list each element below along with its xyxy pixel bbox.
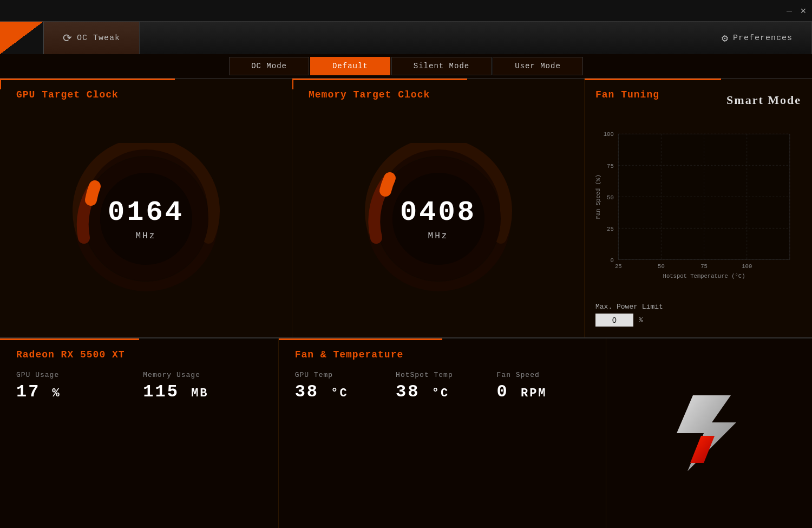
hotspot-unit: °C [432,387,449,400]
fan-chart-svg: 100 75 50 25 0 25 50 75 100 Fan Speed (%… [595,119,801,297]
oc-tweak-label: OC Tweak [77,34,120,43]
close-button[interactable]: ✕ [800,6,807,15]
memory-clock-unit: MHz [400,231,476,241]
mode-tabs: OC Mode Default Silent Mode User Mode [0,54,812,79]
gpu-temp-number: 38 [295,382,319,402]
memory-clock-value: 0408 MHz [400,197,476,241]
fan-chart[interactable]: 100 75 50 25 0 25 50 75 100 Fan Speed (%… [595,119,801,297]
fan-speed-number: 0 [497,382,509,402]
fan-tuning-header: Fan Tuning Smart Mode [595,89,801,111]
logo-section [606,338,812,528]
gpu-clock-unit: MHz [108,231,184,241]
gpu-info-title: Radeon RX 5500 XT [16,349,262,360]
svg-text:75: 75 [607,163,614,170]
fan-speed-item: Fan Speed 0 RPM [497,371,590,402]
bottom-section: Radeon RX 5500 XT GPU Usage 17 % Memory … [0,338,812,528]
memory-clock-section: Memory Target Clock 0408 MHz [292,79,585,337]
brand-logo [660,384,758,482]
fan-tuning-section: Fan Tuning Smart Mode [585,79,812,337]
minimize-button[interactable]: ─ [787,6,792,15]
svg-text:Fan Speed (%): Fan Speed (%) [595,174,601,219]
gpu-clock-gauge-container: 0164 MHz [16,111,276,327]
memory-clock-gauge-container: 0408 MHz [309,111,568,327]
hotspot-number: 38 [396,382,420,402]
fan-tuning-title: Fan Tuning [595,89,659,100]
nav-tab-preferences[interactable]: ⚙ Preferences [703,22,812,54]
power-limit-row: Max. Power Limit [595,303,801,311]
gpu-clock-gauge: 0164 MHz [70,143,222,295]
hotspot-label: HotSpot Temp [396,371,488,379]
svg-text:75: 75 [700,263,708,270]
tab-oc-mode[interactable]: OC Mode [229,57,309,75]
fan-speed-value: 0 RPM [497,382,590,402]
svg-text:Hotspot Temperature (°C): Hotspot Temperature (°C) [663,273,745,279]
gpu-usage-item: GPU Usage 17 % [16,371,135,402]
gpu-usage-value: 17 % [16,382,135,402]
hotspot-value: 38 °C [396,382,488,402]
fan-speed-label: Fan Speed [497,371,590,379]
svg-text:25: 25 [615,263,622,270]
gpu-clock-section: GPU Target Clock 01 [0,79,292,337]
gpu-temp-unit: °C [331,387,348,400]
memory-usage-value: 115 MB [143,382,261,402]
gpu-temp-value: 38 °C [295,382,388,402]
power-limit-input[interactable] [595,314,633,327]
preferences-label: Preferences [733,34,793,43]
svg-text:50: 50 [658,263,665,270]
svg-marker-28 [677,395,736,471]
memory-usage-number: 115 [143,382,179,402]
power-limit-input-row: % [595,314,801,327]
svg-text:0: 0 [610,257,613,264]
memory-usage-item: Memory Usage 115 MB [143,371,261,402]
gpu-info-section: Radeon RX 5500 XT GPU Usage 17 % Memory … [0,338,279,528]
gpu-usage-number: 17 [16,382,40,402]
memory-clock-number: 0408 [400,197,476,229]
header: ⟳ OC Tweak ⚙ Preferences [0,22,812,54]
gpu-clock-number: 0164 [108,197,184,229]
svg-marker-29 [690,436,715,463]
hotspot-temp-item: HotSpot Temp 38 °C [396,371,488,402]
power-limit-unit: % [639,316,643,324]
gpu-temp-label: GPU Temp [295,371,388,379]
tab-user-mode[interactable]: User Mode [493,57,583,75]
memory-clock-gauge: 0408 MHz [363,143,514,295]
svg-text:100: 100 [742,263,752,270]
svg-text:100: 100 [604,132,614,138]
gpu-clock-value: 0164 MHz [108,197,184,241]
svg-text:25: 25 [607,226,614,232]
gpu-temp-item: GPU Temp 38 °C [295,371,388,402]
title-bar: ─ ✕ [0,0,812,22]
nav-tab-octweak[interactable]: ⟳ OC Tweak [43,22,140,54]
gpu-clock-title: GPU Target Clock [16,89,276,100]
svg-text:50: 50 [607,194,614,201]
gpu-stats-grid: GPU Usage 17 % Memory Usage 115 MB [16,371,262,402]
memory-usage-label: Memory Usage [143,371,261,379]
fan-temp-section: Fan & Temperature GPU Temp 38 °C HotSpot… [279,338,606,528]
tab-default[interactable]: Default [310,57,390,75]
smart-mode-label: Smart Mode [726,93,801,107]
memory-clock-title: Memory Target Clock [309,89,568,100]
fan-temp-grid: GPU Temp 38 °C HotSpot Temp 38 °C Fan Sp… [295,371,590,402]
fan-speed-unit: RPM [521,387,547,400]
gpu-usage-label: GPU Usage [16,371,135,379]
main-content: GPU Target Clock 01 [0,79,812,338]
tab-silent-mode[interactable]: Silent Mode [391,57,492,75]
gear-icon: ⚙ [722,31,729,45]
fan-temp-title: Fan & Temperature [295,349,590,360]
oc-icon: ⟳ [63,31,73,45]
gpu-usage-unit: % [53,387,61,400]
power-limit-label: Max. Power Limit [595,303,663,311]
header-accent [0,22,43,54]
memory-usage-unit: MB [191,387,208,400]
